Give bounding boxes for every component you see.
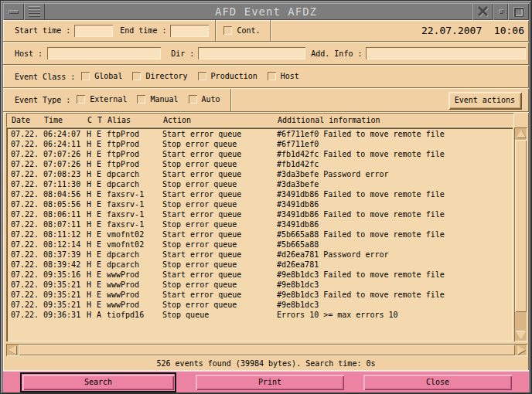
event-list[interactable]: 07.22.06:24:07HEftpProdStart error queue… (6, 127, 513, 341)
horizontal-scrollbar-thumb[interactable] (19, 345, 515, 355)
cell-alias: dpcarch (107, 250, 162, 260)
table-row[interactable]: 07.22.09:36:31HAtiofpd16Stop queueErrors… (6, 310, 513, 320)
cell-c: H (87, 209, 97, 219)
cell-action: Start error queue (162, 169, 277, 179)
checkbox-auto[interactable]: Auto (189, 95, 220, 104)
table-row[interactable]: 07.22.09:35:16HEwwwProdStart error queue… (6, 270, 513, 280)
checkbox-box[interactable] (189, 95, 197, 104)
vertical-scrollbar-thumb[interactable] (515, 140, 527, 312)
table-row[interactable]: 07.22.08:37:39HEdpcarchStart error queue… (6, 250, 513, 260)
cell-alias: wwwProd (107, 280, 162, 290)
table-row[interactable]: 07.22.07:11:30HEdpcarchStop error queue#… (6, 179, 513, 189)
cell-time: 07:07:26 (43, 149, 87, 159)
cell-date: 07.22. (11, 270, 43, 280)
checkbox-manual[interactable]: Manual (137, 95, 178, 104)
vertical-scrollbar-trough[interactable] (515, 140, 527, 329)
close-button[interactable]: Close (363, 375, 512, 390)
header-time: Time (44, 116, 87, 124)
table-header: Date Time C T Alias Action Additional in… (6, 113, 514, 127)
table-row[interactable]: 07.22.07:07:26HEftpProdStop error queue#… (6, 159, 513, 169)
table-row[interactable]: 07.22.09:35:21HEwwwProdStart error queue… (6, 290, 513, 300)
scroll-down-button[interactable] (514, 329, 527, 341)
status-bar: 526 events found (39984 bytes). Search t… (3, 357, 529, 371)
cell-action: Stop error queue (162, 159, 277, 169)
cell-info: #fb1d42fc Failed to move remote file (277, 149, 513, 159)
table-row[interactable]: 07.22.09:35:21HEwwwProdStop error queue#… (6, 300, 513, 310)
time-filter-row: Start time : End time : Cont. 22.07.2007… (3, 20, 529, 41)
cell-c: H (87, 219, 97, 229)
table-row[interactable]: 07.22.06:24:11HEftpProdStop error queue#… (6, 139, 513, 149)
cell-info: #5b665a88 Failed to move remote file (277, 229, 513, 239)
cell-t: E (97, 159, 107, 169)
event-actions-button[interactable]: Event actions (448, 92, 521, 109)
titlebar-close-button[interactable] (472, 3, 493, 20)
cell-c: H (87, 300, 97, 310)
cell-t: E (97, 129, 107, 139)
checkbox-box[interactable] (81, 72, 90, 80)
checkbox-host[interactable]: Host (268, 72, 299, 80)
scroll-right-button[interactable] (515, 344, 527, 356)
cell-alias: faxsrv-1 (107, 219, 162, 229)
table-row[interactable]: 07.22.07:08:23HEdpcarchStart error queue… (6, 169, 513, 179)
table-row[interactable]: 07.22.06:24:07HEftpProdStart error queue… (6, 129, 513, 139)
cell-info: #3491db86 Failed to move remote file (277, 209, 513, 219)
cell-action: Stop queue (162, 310, 277, 320)
checkbox-label: Global (94, 72, 122, 80)
cell-t: E (97, 139, 107, 149)
start-time-input[interactable] (74, 25, 113, 37)
cell-info: #d26ea781 Password error (277, 250, 513, 260)
end-time-input[interactable] (170, 25, 209, 37)
checkbox-directory[interactable]: Directory (132, 72, 187, 80)
titlebar-iconify-button[interactable] (493, 3, 508, 20)
table-row[interactable]: 07.22.08:11:12HEvmofnt02Start error queu… (6, 229, 513, 239)
cell-alias: wwwProd (107, 270, 162, 280)
cell-info: #9e8b1dc3 (277, 280, 513, 290)
cont-checkbox[interactable]: Cont. (223, 26, 260, 35)
host-filter-row: Host : Dir : Add. Info : (3, 42, 529, 64)
cell-action: Start error queue (162, 270, 277, 280)
cell-action: Stop error queue (162, 139, 277, 149)
checkbox-box[interactable] (132, 72, 141, 80)
horizontal-scrollbar-trough[interactable] (19, 345, 515, 355)
cell-time: 09:36:31 (43, 310, 87, 320)
cell-action: Stop error queue (162, 179, 277, 189)
checkbox-production[interactable]: Production (198, 72, 257, 80)
scroll-up-button[interactable] (514, 127, 527, 140)
checkbox-external[interactable]: External (77, 95, 127, 104)
cell-action: Stop error queue (162, 260, 277, 270)
event-type-options: ExternalManualAuto (77, 95, 230, 105)
cell-c: H (87, 260, 97, 270)
table-row[interactable]: 07.22.07:07:26HEftpProdStart error queue… (6, 149, 513, 159)
table-row[interactable]: 07.22.08:05:56HEfaxsrv-1Stop error queue… (6, 199, 513, 209)
scroll-left-button[interactable] (6, 344, 19, 356)
cell-t: E (97, 169, 107, 179)
table-row[interactable]: 07.22.08:06:11HEfaxsrv-1Start error queu… (6, 209, 513, 219)
horizontal-scrollbar[interactable] (6, 344, 527, 356)
addinfo-input[interactable] (366, 47, 526, 59)
print-button[interactable]: Print (196, 375, 344, 390)
table-row[interactable]: 07.22.08:07:11HEfaxsrv-1Stop error queue… (6, 219, 513, 229)
cell-c: H (87, 250, 97, 260)
checkbox-box[interactable] (268, 72, 276, 80)
table-row[interactable]: 07.22.09:35:21HEwwwProdStop error queue#… (6, 280, 513, 290)
search-button[interactable]: Search (22, 375, 174, 390)
checkbox-box[interactable] (198, 72, 206, 80)
titlebar[interactable]: AFD Event AFDZ (3, 3, 529, 20)
vertical-scrollbar[interactable] (514, 127, 527, 341)
checkbox-global[interactable]: Global (81, 72, 122, 80)
table-row[interactable]: 07.22.08:04:56HEfaxsrv-1Start error queu… (6, 189, 513, 199)
cell-alias: wwwProd (107, 290, 162, 300)
titlebar-maximize-button[interactable] (508, 3, 529, 20)
dir-input[interactable] (198, 47, 305, 59)
cell-action: Start error queue (162, 149, 277, 159)
table-row[interactable]: 07.22.08:39:42HEdpcarchStop error queue#… (6, 260, 513, 270)
checkbox-box[interactable] (137, 95, 145, 104)
host-input[interactable] (47, 47, 161, 59)
cell-action: Start error queue (162, 129, 277, 139)
end-time-label: End time : (120, 26, 166, 35)
cont-checkbox-box[interactable] (223, 26, 232, 35)
cell-action: Start error queue (162, 290, 277, 300)
checkbox-box[interactable] (77, 95, 85, 104)
cell-time: 09:35:21 (43, 290, 87, 300)
table-row[interactable]: 07.22.08:12:14HEvmofnt02Stop error queue… (6, 239, 513, 250)
